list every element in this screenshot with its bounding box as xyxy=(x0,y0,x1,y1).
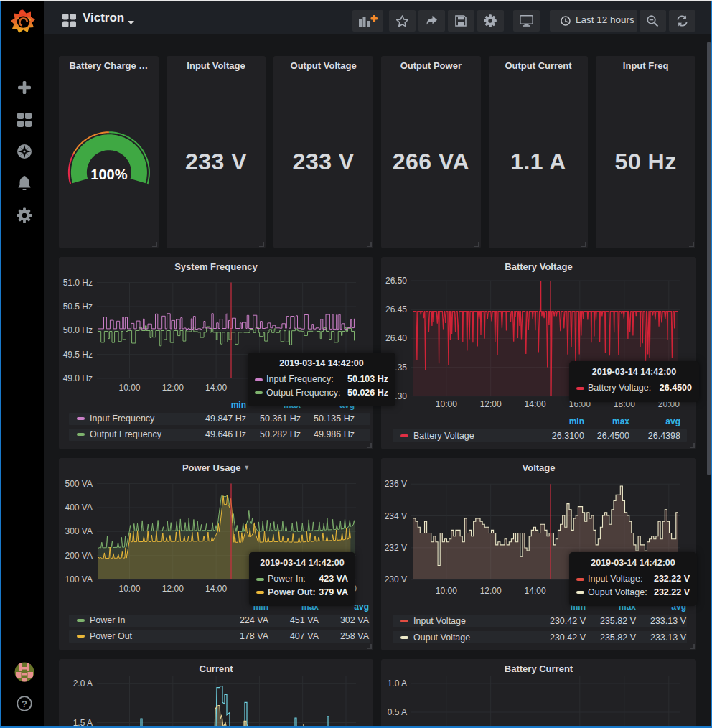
svg-text:?: ? xyxy=(22,699,27,709)
svg-text:100%: 100% xyxy=(90,167,127,182)
